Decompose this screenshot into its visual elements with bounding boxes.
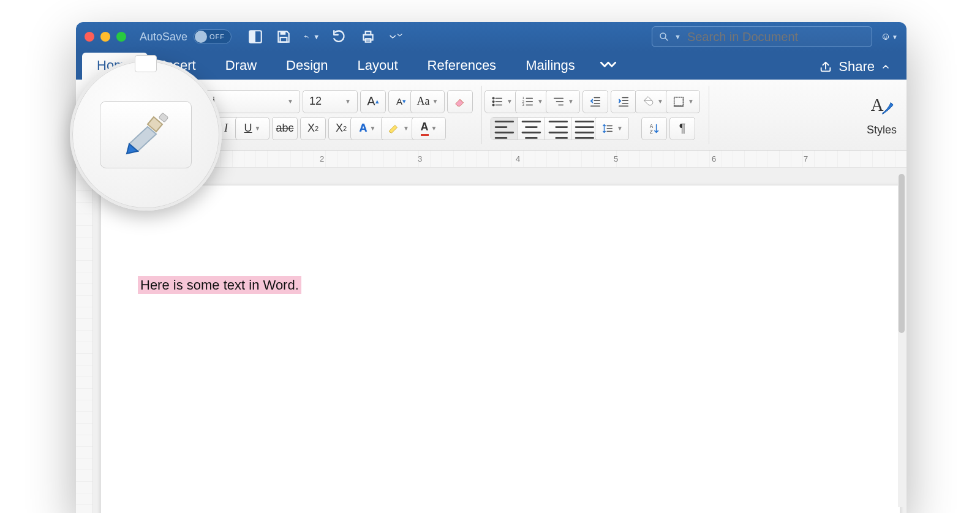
- font-size-combo[interactable]: 12▼: [303, 90, 358, 113]
- window-controls: [85, 32, 126, 42]
- search-options-icon[interactable]: ▼: [674, 33, 681, 40]
- font-group: alibri▼ 12▼ A▴ A▾ Aa▼ B I U▼ ab: [185, 83, 473, 146]
- tab-design-label: Design: [286, 58, 328, 73]
- svg-point-13: [492, 97, 494, 99]
- print-icon[interactable]: [360, 29, 376, 45]
- selected-text[interactable]: Here is some text in Word.: [138, 276, 301, 294]
- feedback-smile-icon[interactable]: ▼: [882, 29, 898, 45]
- autosave-toggle[interactable]: OFF: [194, 29, 232, 44]
- align-justify-button[interactable]: [571, 118, 598, 140]
- vertical-scrollbar[interactable]: [898, 169, 905, 507]
- shading-button[interactable]: ▼: [635, 90, 669, 113]
- underline-button[interactable]: U▼: [235, 117, 270, 140]
- share-icon: [819, 60, 832, 73]
- ribbon-tabs: Home Insert Draw Design Layout Reference…: [76, 51, 907, 80]
- format-painter-button[interactable]: [100, 101, 192, 168]
- increase-font-size-button[interactable]: A▴: [360, 90, 386, 113]
- tab-draw-label: Draw: [225, 58, 257, 73]
- tab-references-label: References: [428, 58, 497, 73]
- subscript-button[interactable]: X2: [300, 117, 326, 140]
- line-spacing-button[interactable]: ▼: [595, 117, 629, 140]
- font-color-button[interactable]: A▼: [412, 117, 446, 140]
- paragraph-group-2: ▼ ▼ AZ ¶: [641, 83, 700, 146]
- svg-rect-55: [674, 97, 684, 106]
- borders-button[interactable]: ▼: [666, 90, 700, 113]
- search-field[interactable]: ▼: [652, 26, 872, 47]
- search-icon: [658, 31, 669, 42]
- change-case-button[interactable]: Aa▼: [410, 90, 445, 113]
- save-icon[interactable]: [276, 29, 292, 45]
- svg-text:A: A: [871, 95, 884, 114]
- highlight-color-button[interactable]: ▼: [381, 117, 415, 140]
- ruler-mark: 6: [712, 154, 716, 163]
- tab-layout[interactable]: Layout: [343, 53, 413, 80]
- format-painter-icon: [118, 111, 173, 159]
- tabs-overflow-icon[interactable]: [590, 54, 627, 80]
- show-paragraph-marks-button[interactable]: ¶: [669, 117, 695, 140]
- close-window-button[interactable]: [85, 32, 94, 42]
- font-size-value: 12: [309, 95, 322, 108]
- ruler-mark: 2: [320, 154, 324, 163]
- numbering-button[interactable]: 123▼: [515, 90, 549, 113]
- ribbon-separator: [481, 86, 482, 144]
- magnifier-callout: [70, 59, 222, 211]
- align-left-button[interactable]: [491, 118, 518, 140]
- text-effects-button[interactable]: A▼: [350, 117, 385, 140]
- quick-access-toolbar: ▼: [247, 29, 404, 45]
- zoom-window-button[interactable]: [116, 32, 126, 42]
- paragraph-group: ▼ 123▼ ▼ ▼: [491, 83, 636, 146]
- tab-draw[interactable]: Draw: [211, 53, 271, 80]
- svg-rect-2: [281, 31, 286, 34]
- vertical-ruler[interactable]: [76, 168, 93, 513]
- increase-indent-button[interactable]: [611, 90, 636, 113]
- share-label: Share: [839, 59, 875, 75]
- svg-point-15: [492, 100, 494, 102]
- ruler-mark: 3: [418, 154, 422, 163]
- document-page[interactable]: Here is some text in Word.: [100, 185, 900, 513]
- sort-button[interactable]: AZ: [641, 117, 667, 140]
- styles-pane-button[interactable]: A Styles: [863, 83, 900, 146]
- ribbon-separator-2: [709, 86, 709, 144]
- svg-text:Z: Z: [650, 129, 653, 135]
- autosave-label: AutoSave: [140, 31, 187, 43]
- bullets-button[interactable]: ▼: [484, 90, 519, 113]
- svg-rect-60: [159, 113, 168, 122]
- tab-mailings[interactable]: Mailings: [511, 53, 590, 80]
- eraser-icon: [453, 95, 467, 108]
- collapse-ribbon-icon[interactable]: [881, 62, 891, 72]
- multilevel-list-button[interactable]: ▼: [546, 90, 580, 113]
- svg-rect-1: [249, 31, 255, 43]
- svg-point-9: [884, 36, 885, 36]
- tab-references[interactable]: References: [413, 53, 511, 80]
- scrollbar-thumb[interactable]: [899, 174, 905, 333]
- svg-text:3: 3: [522, 103, 524, 107]
- undo-icon[interactable]: ▼: [304, 29, 320, 45]
- strikethrough-button[interactable]: abc: [272, 117, 298, 140]
- tab-design[interactable]: Design: [271, 53, 342, 80]
- clipboard-tab-icon: [135, 55, 157, 72]
- svg-point-8: [883, 34, 889, 39]
- share-button[interactable]: Share: [809, 54, 900, 80]
- tab-mailings-label: Mailings: [526, 58, 575, 73]
- align-right-button[interactable]: [545, 118, 572, 140]
- autosave-control[interactable]: AutoSave OFF: [140, 29, 232, 44]
- ruler-mark: 5: [614, 154, 618, 163]
- autosave-toggle-knob: [195, 31, 207, 43]
- svg-rect-5: [366, 31, 371, 34]
- svg-rect-3: [281, 37, 287, 42]
- clear-formatting-button[interactable]: [447, 90, 473, 113]
- styles-icon: A: [867, 93, 895, 121]
- minimize-window-button[interactable]: [100, 32, 110, 42]
- highlighter-icon: [387, 122, 401, 135]
- svg-text:A: A: [650, 124, 654, 129]
- styles-label: Styles: [867, 124, 897, 137]
- qat-overflow-icon[interactable]: [388, 29, 404, 45]
- svg-point-17: [492, 104, 494, 106]
- search-input[interactable]: [686, 29, 865, 45]
- titlebar: AutoSave OFF ▼: [76, 22, 907, 51]
- align-center-button[interactable]: [518, 118, 545, 140]
- template-icon[interactable]: [247, 29, 263, 45]
- redo-icon[interactable]: [332, 29, 348, 45]
- svg-point-10: [886, 36, 887, 36]
- decrease-indent-button[interactable]: [582, 90, 608, 113]
